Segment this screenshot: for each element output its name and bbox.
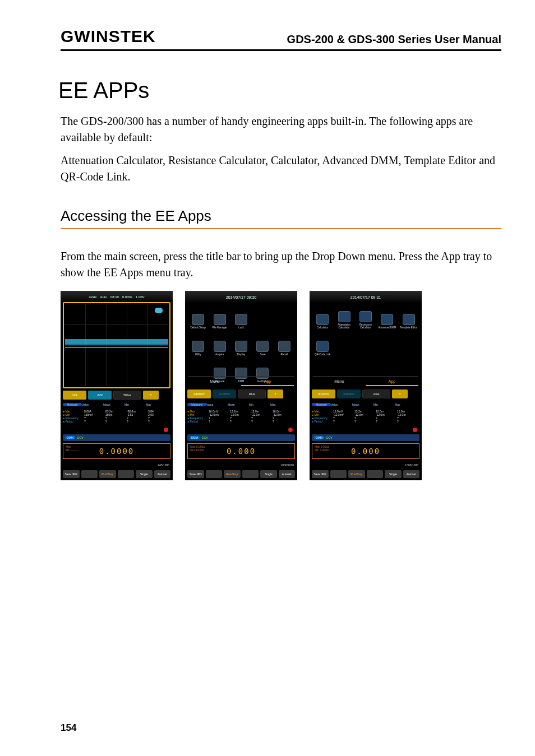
dropdown-icon[interactable] xyxy=(155,308,163,313)
main-heading: EE APPs xyxy=(58,78,501,103)
seven-segment: 0.000 xyxy=(351,447,380,456)
tab-app[interactable]: App xyxy=(241,376,294,386)
seven-segment: 0.000 xyxy=(227,447,256,456)
tray-icon[interactable]: Utility xyxy=(188,331,207,356)
footer-button[interactable]: Single xyxy=(385,470,402,478)
footer-button[interactable]: Single xyxy=(260,470,277,478)
measure-table: ● Max16.0mV13.2m12.0m16.0m● Min-12.0mV-1… xyxy=(187,410,295,423)
page-number: 154 xyxy=(61,722,76,734)
footer-button[interactable]: Save JPG xyxy=(312,470,329,478)
measure-table: ● Max16.0mV13.2m12.0m16.0m● Min-12.0mV-1… xyxy=(312,410,419,423)
tray-icon[interactable]: Save xyxy=(253,331,272,356)
footer-button[interactable] xyxy=(367,470,384,478)
ch1-chip[interactable]: ① 2A xyxy=(63,391,86,400)
footer-button[interactable] xyxy=(118,470,135,478)
memory-counter: 245/1000 xyxy=(158,463,169,467)
footer-button[interactable]: Autoset xyxy=(154,470,171,478)
ch1-chip[interactable]: ① 100mV xyxy=(187,389,211,398)
dmm-bar[interactable]: DMM DCV xyxy=(187,434,295,441)
screenshot-main-screen: 42Hz Auto 08:10 0.000s 1.00V ① 2A ② 2V 5… xyxy=(61,291,173,480)
dmm-readout: Max 0.0002Min 0.0000 0.000 xyxy=(187,443,295,459)
trigger-chip[interactable]: T xyxy=(392,389,408,398)
tray-icon[interactable]: QR-Code Link xyxy=(313,331,332,356)
tray-tabs: Menu App xyxy=(188,376,294,386)
tray-icon[interactable]: Lock xyxy=(232,304,251,329)
footer-button[interactable]: Run/Stop xyxy=(224,470,241,478)
ch1-chip[interactable]: ① 100mV xyxy=(312,389,335,398)
scope-title-bar[interactable]: 42Hz Auto 08:10 0.000s 1.00V xyxy=(61,291,173,303)
trigger-chip[interactable]: T xyxy=(143,391,159,400)
section-heading: Accessing the EE Apps xyxy=(61,207,501,225)
tray-icon[interactable]: Template Editor xyxy=(399,304,418,329)
intro-paragraph-2: Attenuation Calculator, Resistance Calcu… xyxy=(61,152,501,185)
tray-icon[interactable]: Resistance Calculator xyxy=(356,304,375,329)
tray-icon[interactable]: Recall xyxy=(275,331,294,356)
tab-menu[interactable]: Menu xyxy=(188,376,241,386)
timestamp-bar[interactable]: 2014/07/17 09:30 xyxy=(185,291,297,303)
measure-header: Measure ValueMeanMinMax xyxy=(312,403,419,406)
tray-icon[interactable]: Advanced DMM xyxy=(377,304,396,329)
measure-badge[interactable]: Measure xyxy=(312,403,331,406)
trig-level: 1.00V xyxy=(136,295,145,299)
dmm-bar[interactable]: DMM DCV xyxy=(312,434,419,441)
footer-button[interactable]: Run/Stop xyxy=(348,470,365,478)
page-header: GWINSTEK GDS-200 & GDS-300 Series User M… xyxy=(61,27,501,51)
record-icon[interactable] xyxy=(164,428,168,432)
tray-icon[interactable]: Acquire xyxy=(210,331,229,356)
dmm-bar[interactable]: DMM DCV xyxy=(63,434,170,441)
document-title: GDS-200 & GDS-300 Series User Manual xyxy=(287,33,501,46)
clock-readout: 08:10 xyxy=(110,295,119,299)
title-bar-highlight xyxy=(63,302,170,388)
footer-button[interactable] xyxy=(330,470,347,478)
footer-button[interactable]: Save JPG xyxy=(187,470,204,478)
tray-icon[interactable]: Default Setup xyxy=(188,304,207,329)
measure-badge[interactable]: Measure xyxy=(63,403,82,406)
seven-segment: 0.0000 xyxy=(99,447,135,456)
timebase-chip[interactable]: 500us xyxy=(113,391,141,400)
footer-button[interactable]: Autoset xyxy=(403,470,420,478)
tray-icon[interactable]: Attenuation Calculator xyxy=(334,304,353,329)
dmm-readout: Max --------Min -------- 0.0000 xyxy=(63,443,170,459)
dmm-readout: Max 0.0002Min 0.0000 0.000 xyxy=(312,443,419,459)
footer-button[interactable] xyxy=(206,470,223,478)
timestamp-bar[interactable]: 2014/07/17 09:31 xyxy=(310,291,422,303)
trig-mode: Auto xyxy=(100,295,107,299)
record-icon[interactable] xyxy=(288,428,293,432)
tray-tabs: Menu App xyxy=(313,376,418,386)
section-rule xyxy=(61,228,501,229)
trigger-chip[interactable]: T xyxy=(268,389,283,398)
ch2-chip[interactable]: ② 100mV xyxy=(337,389,361,398)
measure-header: Measure ValueMeanMinMax xyxy=(187,403,295,406)
menu-icon-grid: Default SetupFile ManagerLockUtilityAcqu… xyxy=(188,304,294,383)
footer-button[interactable]: Single xyxy=(136,470,153,478)
time-offset: 0.000s xyxy=(122,295,132,299)
measure-badge[interactable]: Measure xyxy=(187,403,206,406)
footer-bar: 245/1000 Save JPGRun/StopSingleAutoset xyxy=(61,462,173,480)
memory-counter: 1000/1000 xyxy=(405,463,418,467)
record-icon[interactable] xyxy=(413,428,417,432)
footer-button[interactable] xyxy=(242,470,259,478)
tray-icon[interactable]: Calculator xyxy=(313,304,332,329)
tray-icon[interactable]: Display xyxy=(232,331,251,356)
ch2-chip[interactable]: ② 2V xyxy=(88,391,112,400)
measure-header: Measure Value Mean Min Max xyxy=(63,403,170,406)
channel-row: ① 2A ② 2V 500us T xyxy=(63,391,170,401)
ch2-chip[interactable]: ② 100mV xyxy=(213,389,236,398)
channel-row: ① 100mV ② 100mV 10us T xyxy=(312,389,419,400)
footer-button[interactable]: Autoset xyxy=(279,470,296,478)
footer-bar: 1000/1000 Save JPGRun/StopSingleAutoset xyxy=(185,462,297,480)
memory-counter: 1000/1000 xyxy=(280,463,294,467)
footer-bar: 1000/1000 Save JPGRun/StopSingleAutoset xyxy=(310,462,422,480)
freq-readout: 42Hz xyxy=(89,295,96,299)
footer-button[interactable]: Run/Stop xyxy=(99,470,116,478)
footer-button[interactable]: Save JPG xyxy=(63,470,80,478)
tray-icon[interactable]: File Manager xyxy=(210,304,229,329)
brand-logo: GWINSTEK xyxy=(61,27,156,46)
tab-app[interactable]: App xyxy=(366,376,418,386)
app-icon-grid: CalculatorAttenuation CalculatorResistan… xyxy=(313,304,418,356)
timebase-chip[interactable]: 10us xyxy=(238,389,266,398)
tab-menu[interactable]: Menu xyxy=(313,376,366,386)
channel-row: ① 100mV ② 100mV 10us T xyxy=(187,389,295,400)
footer-button[interactable] xyxy=(81,470,98,478)
timebase-chip[interactable]: 10us xyxy=(362,389,390,398)
